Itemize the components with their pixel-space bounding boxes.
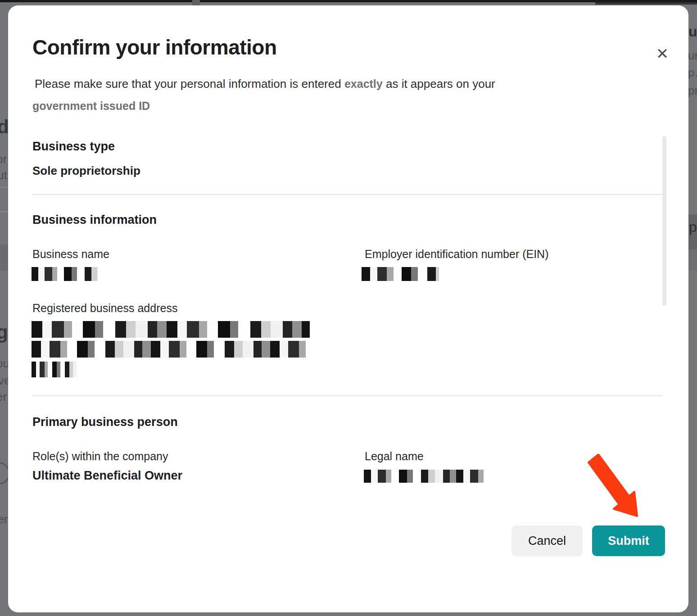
close-icon[interactable]: ✕ xyxy=(651,42,674,65)
legal-name-label: Legal name xyxy=(365,450,424,463)
redacted-address-line xyxy=(32,362,77,377)
background-text-fragment: or xyxy=(0,152,7,166)
business-type-value: Sole proprietorship xyxy=(32,164,140,178)
redacted-legal-name-value xyxy=(364,470,484,483)
annotation-arrow-to-submit-icon xyxy=(585,454,640,519)
background-divider-fragment xyxy=(0,187,8,188)
background-text-fragment: p xyxy=(689,219,697,236)
background-band-fragment xyxy=(688,249,697,270)
subtitle-text: Please make sure that your personal info… xyxy=(35,77,344,91)
business-name-label: Business name xyxy=(32,248,109,261)
business-information-heading: Business information xyxy=(32,213,157,227)
background-browser-chrome xyxy=(0,0,697,2)
confirm-information-dialog: Confirm your information ✕ Please make s… xyxy=(8,5,688,612)
role-value: Ultimate Beneficial Owner xyxy=(32,469,182,483)
redacted-address-line xyxy=(32,341,310,358)
section-divider xyxy=(32,395,663,396)
redacted-ein-value xyxy=(362,267,439,281)
background-text-fragment: p. xyxy=(688,66,697,80)
scrollbar-thumb[interactable] xyxy=(662,136,666,306)
dialog-subtitle: Please make sure that your personal info… xyxy=(32,73,631,117)
background-text-fragment: u xyxy=(688,23,697,40)
primary-business-person-heading: Primary business person xyxy=(32,415,178,429)
cancel-button[interactable]: Cancel xyxy=(511,525,583,556)
background-text-fragment: ut xyxy=(0,168,7,182)
background-chrome-fragment xyxy=(595,2,697,5)
role-label: Role(s) within the company xyxy=(32,450,168,463)
submit-button[interactable]: Submit xyxy=(592,525,665,556)
background-divider-fragment xyxy=(0,211,8,212)
screen: du or ut gu ou ve er er u ur p. pr p Con… xyxy=(0,0,697,616)
background-text-fragment: er xyxy=(0,512,8,526)
background-text-fragment: pr xyxy=(688,84,697,98)
subtitle-suffix: government issued ID xyxy=(32,95,631,117)
background-text-fragment: ur xyxy=(688,49,697,63)
subtitle-text: as it appears on your xyxy=(383,77,495,91)
registered-address-label: Registered business address xyxy=(32,302,177,315)
redacted-address-line xyxy=(32,321,310,338)
ein-label: Employer identification number (EIN) xyxy=(365,248,549,261)
background-text-fragment: er xyxy=(0,390,7,404)
redacted-business-name-value xyxy=(32,267,98,281)
section-divider xyxy=(32,194,663,195)
background-band-fragment xyxy=(0,245,8,271)
business-type-heading: Business type xyxy=(32,140,115,154)
subtitle-emphasis: exactly xyxy=(344,77,383,90)
dialog-title: Confirm your information xyxy=(32,35,277,59)
